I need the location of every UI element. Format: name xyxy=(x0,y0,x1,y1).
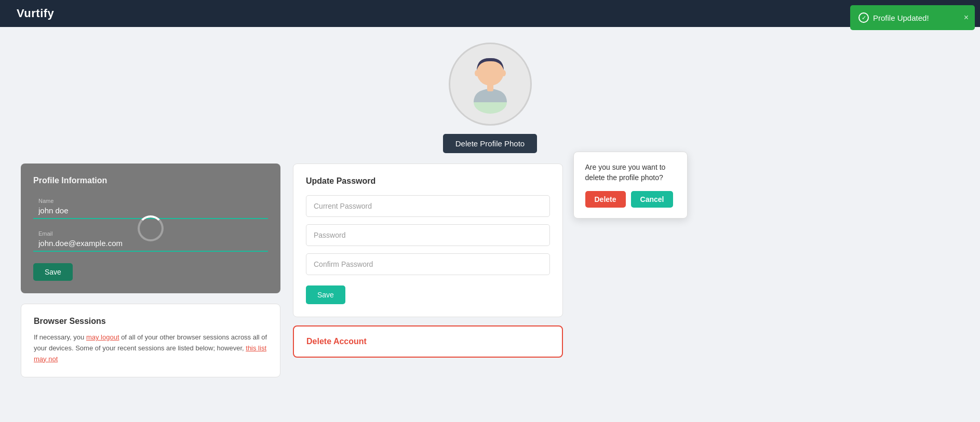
highlight-logout: may logout xyxy=(86,333,119,341)
password-input[interactable] xyxy=(306,224,550,246)
delete-confirm-popup: Are you sure you want to delete the prof… xyxy=(573,152,688,219)
update-password-card: Update Password Save xyxy=(293,164,563,317)
cards-row: Profile Information Name Email Save Brow… xyxy=(21,164,959,377)
password-group xyxy=(306,224,550,246)
profile-info-title: Profile Information xyxy=(33,176,268,185)
update-password-title: Update Password xyxy=(306,176,550,186)
spinner-circle xyxy=(138,215,164,241)
confirm-delete-button[interactable]: Delete xyxy=(585,191,626,208)
current-password-input[interactable] xyxy=(306,195,550,217)
confirm-popup-actions: Delete Cancel xyxy=(585,191,676,208)
delete-account-card: Delete Account xyxy=(293,325,563,358)
delete-account-title: Delete Account xyxy=(306,337,549,346)
card-left: Profile Information Name Email Save Brow… xyxy=(21,164,280,377)
delete-photo-button[interactable]: Delete Profile Photo xyxy=(443,134,537,153)
profile-info-card: Profile Information Name Email Save xyxy=(21,164,280,293)
current-password-group xyxy=(306,195,550,217)
confirm-cancel-button[interactable]: Cancel xyxy=(631,191,674,208)
toast-close-button[interactable]: × xyxy=(964,13,969,22)
browser-sessions-card: Browser Sessions If necessary, you may l… xyxy=(21,304,280,377)
confirm-password-group xyxy=(306,253,550,275)
confirm-password-input[interactable] xyxy=(306,253,550,275)
svg-rect-7 xyxy=(487,84,493,91)
profile-avatar xyxy=(449,43,532,126)
toast-notification: ✓ Profile Updated! × xyxy=(850,5,975,30)
avatar-section: Delete Profile Photo Are you sure you wa… xyxy=(21,43,959,153)
confirm-popup-text: Are you sure you want to delete the prof… xyxy=(585,162,676,183)
save-password-button[interactable]: Save xyxy=(306,285,345,304)
navbar: Vurtify John Do... xyxy=(0,0,980,27)
brand-name: Vurtify xyxy=(17,7,54,20)
highlight-list: this list may not xyxy=(34,344,266,363)
save-profile-button[interactable]: Save xyxy=(33,263,73,281)
toast-check-icon: ✓ xyxy=(858,12,869,23)
card-right: Update Password Save Delete Account xyxy=(293,164,563,358)
main-content: Delete Profile Photo Are you sure you wa… xyxy=(0,27,980,393)
svg-point-8 xyxy=(475,70,479,76)
toast-message: Profile Updated! xyxy=(873,13,929,22)
browser-sessions-text: If necessary, you may logout of all of y… xyxy=(34,332,267,364)
loading-spinner xyxy=(138,215,164,241)
browser-sessions-title: Browser Sessions xyxy=(34,317,267,326)
svg-point-9 xyxy=(502,70,506,76)
